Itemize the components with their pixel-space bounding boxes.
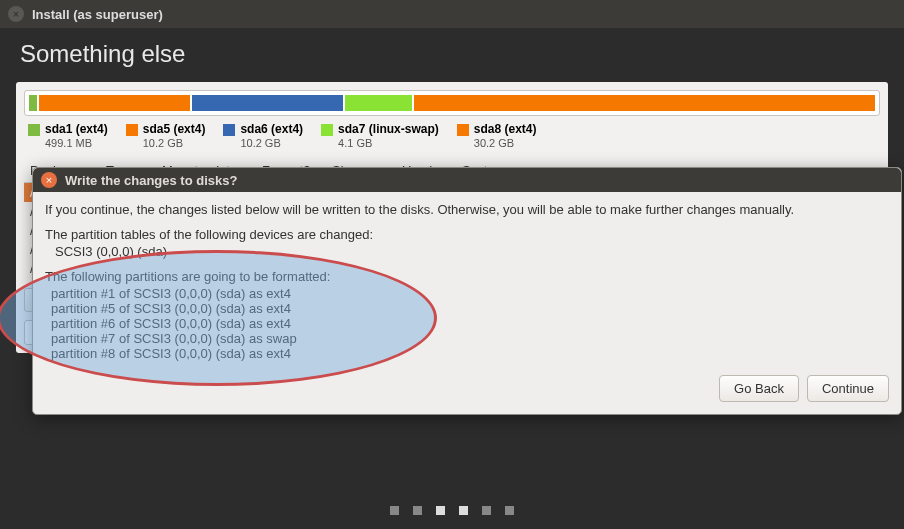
partition-bar xyxy=(24,90,880,116)
window-titlebar: × Install (as superuser) xyxy=(0,0,904,28)
legend-item: sda5 (ext4)10.2 GB xyxy=(126,122,206,151)
dialog-tables-heading: The partition tables of the following de… xyxy=(45,227,889,242)
partition-seg-sda6[interactable] xyxy=(192,95,343,111)
dot-icon xyxy=(436,506,445,515)
legend-item: sda7 (linux-swap)4.1 GB xyxy=(321,122,439,151)
list-item: partition #1 of SCSI3 (0,0,0) (sda) as e… xyxy=(51,286,889,301)
page-title: Something else xyxy=(0,28,904,82)
dialog-titlebar: × Write the changes to disks? xyxy=(33,168,901,192)
legend-swatch-icon xyxy=(28,124,40,136)
window-close-icon[interactable]: × xyxy=(8,6,24,22)
dot-icon xyxy=(413,506,422,515)
dialog-close-icon[interactable]: × xyxy=(41,172,57,188)
legend-item: sda8 (ext4)30.2 GB xyxy=(457,122,537,151)
dot-icon xyxy=(482,506,491,515)
go-back-button[interactable]: Go Back xyxy=(719,375,799,402)
continue-button[interactable]: Continue xyxy=(807,375,889,402)
partition-seg-sda7[interactable] xyxy=(345,95,412,111)
dot-icon xyxy=(505,506,514,515)
partition-legend: sda1 (ext4)499.1 MB sda5 (ext4)10.2 GB s… xyxy=(24,122,880,151)
partition-seg-sda1[interactable] xyxy=(29,95,37,111)
list-item: partition #8 of SCSI3 (0,0,0) (sda) as e… xyxy=(51,346,889,361)
legend-swatch-icon xyxy=(223,124,235,136)
legend-item: sda1 (ext4)499.1 MB xyxy=(28,122,108,151)
progress-dots xyxy=(0,506,904,515)
partition-seg-sda5[interactable] xyxy=(39,95,190,111)
legend-item: sda6 (ext4)10.2 GB xyxy=(223,122,303,151)
confirm-write-dialog: × Write the changes to disks? If you con… xyxy=(32,167,902,415)
list-item: partition #6 of SCSI3 (0,0,0) (sda) as e… xyxy=(51,316,889,331)
legend-swatch-icon xyxy=(457,124,469,136)
dialog-format-list: partition #1 of SCSI3 (0,0,0) (sda) as e… xyxy=(45,286,889,361)
dialog-tables-item: SCSI3 (0,0,0) (sda) xyxy=(55,244,889,259)
dot-icon xyxy=(459,506,468,515)
partition-seg-sda8[interactable] xyxy=(414,95,875,111)
dialog-format-heading: The following partitions are going to be… xyxy=(45,269,889,284)
dialog-intro: If you continue, the changes listed belo… xyxy=(45,202,889,217)
legend-swatch-icon xyxy=(126,124,138,136)
window-title: Install (as superuser) xyxy=(32,7,163,22)
list-item: partition #5 of SCSI3 (0,0,0) (sda) as e… xyxy=(51,301,889,316)
list-item: partition #7 of SCSI3 (0,0,0) (sda) as s… xyxy=(51,331,889,346)
dialog-buttons: Go Back Continue xyxy=(45,375,889,402)
dot-icon xyxy=(390,506,399,515)
legend-swatch-icon xyxy=(321,124,333,136)
dialog-title: Write the changes to disks? xyxy=(65,173,237,188)
